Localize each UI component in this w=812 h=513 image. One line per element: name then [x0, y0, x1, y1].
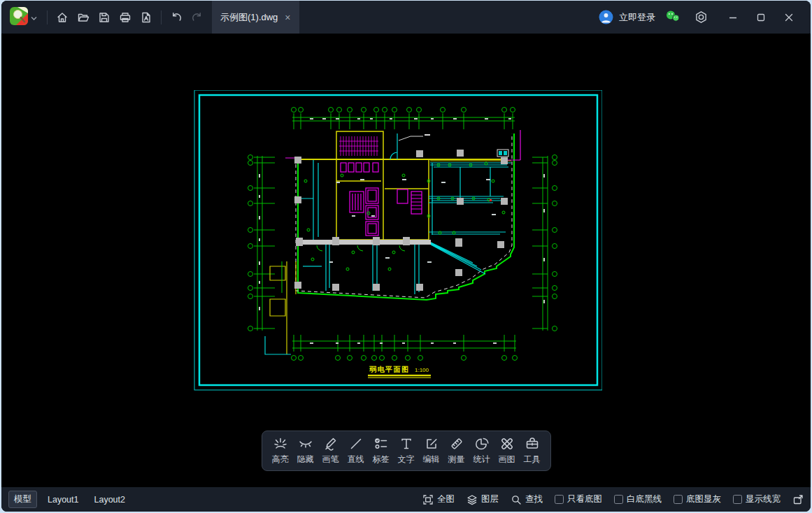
- minimize-icon: [728, 13, 738, 22]
- tool-label: 隐藏: [297, 454, 314, 465]
- drawing-title-block: 弱电平面图 1:100: [368, 366, 431, 378]
- print-button[interactable]: [115, 6, 136, 29]
- document-tab-title: 示例图(1).dwg: [220, 11, 278, 24]
- save-button[interactable]: [94, 6, 115, 29]
- tool-label: 标签: [373, 454, 390, 465]
- close-button[interactable]: [777, 6, 801, 29]
- print-icon: [119, 11, 131, 24]
- tool-text[interactable]: 文字: [394, 436, 418, 465]
- find-button[interactable]: 查找: [511, 493, 543, 505]
- tool-label: 测量: [448, 454, 465, 465]
- login-button[interactable]: 立即登录: [599, 10, 655, 24]
- checkbox[interactable]: [555, 495, 564, 504]
- stair-hatch: [339, 136, 378, 156]
- maximize-icon: [756, 13, 766, 22]
- divider: [161, 10, 162, 24]
- tool-stats[interactable]: 统计: [470, 436, 494, 465]
- find-label: 查找: [525, 493, 543, 505]
- toggle-label: 显示线宽: [746, 493, 781, 505]
- save-icon: [98, 11, 111, 24]
- toggle-base-only[interactable]: 只看底图: [555, 493, 602, 505]
- layout-tab-layout2[interactable]: Layout2: [89, 493, 129, 507]
- drawing-canvas[interactable]: 弱电平面图 1:100 高亮 隐藏 画笔: [1, 34, 811, 487]
- undo-button[interactable]: [166, 6, 187, 29]
- minimize-button[interactable]: [721, 6, 745, 29]
- fullscreen-button[interactable]: [792, 494, 804, 505]
- tool-label: 画笔: [322, 454, 339, 465]
- toggle-white-bg[interactable]: 白底黑线: [614, 493, 662, 505]
- tool-label: 工具: [524, 454, 541, 465]
- layers-icon: [466, 494, 478, 505]
- checkbox[interactable]: [614, 495, 623, 504]
- stats-icon: [474, 436, 490, 451]
- hide-icon: [298, 436, 313, 451]
- open-folder-icon: [77, 11, 90, 24]
- toggle-lineweight[interactable]: 显示线宽: [733, 493, 781, 505]
- drawing-scale: 1:100: [415, 367, 429, 373]
- cad-drawing[interactable]: 弱电平面图 1:100: [192, 90, 602, 392]
- draw-icon: [499, 436, 515, 451]
- tool-pen[interactable]: 画笔: [319, 436, 343, 465]
- toggle-label: 白底黑线: [627, 493, 662, 505]
- leader-line: [399, 135, 430, 140]
- layers-label: 图层: [481, 493, 499, 505]
- checkbox[interactable]: [674, 495, 683, 504]
- door-arcs: [317, 245, 405, 251]
- floating-toolbar: 高亮 隐藏 画笔 直线: [262, 431, 551, 471]
- building-boundary: [285, 130, 520, 300]
- tool-hide[interactable]: 隐藏: [294, 436, 318, 465]
- find-icon: [511, 494, 522, 505]
- app-logo[interactable]: [10, 7, 28, 28]
- home-button[interactable]: [52, 6, 73, 29]
- export-pdf-button[interactable]: [136, 6, 157, 29]
- tool-label: 统计: [473, 454, 490, 465]
- document-tab[interactable]: 示例图(1).dwg ×: [212, 1, 299, 34]
- redo-button[interactable]: [187, 6, 208, 29]
- tool-line[interactable]: 直线: [344, 436, 368, 465]
- layout-tab-model[interactable]: 模型: [8, 491, 37, 508]
- layers-button[interactable]: 图层: [466, 493, 499, 505]
- fullscreen-icon: [792, 494, 804, 505]
- toggle-label: 只看底图: [567, 493, 602, 505]
- tool-edit[interactable]: 编辑: [420, 436, 443, 465]
- checkbox[interactable]: [733, 495, 742, 504]
- core-walls: [336, 131, 429, 240]
- tool-draw[interactable]: 画图: [495, 436, 519, 465]
- wechat-button[interactable]: [665, 10, 681, 25]
- grid-dimension-bottom: [292, 335, 518, 361]
- tool-tools[interactable]: 工具: [520, 436, 544, 465]
- grid-dimension-left: [248, 155, 276, 331]
- red-marker: [490, 199, 492, 201]
- interior-walls-wiring: [298, 133, 511, 294]
- settings-button[interactable]: [690, 6, 711, 29]
- edit-icon: [424, 436, 439, 451]
- layout-tab-layout1[interactable]: Layout1: [43, 493, 83, 507]
- avatar: [599, 10, 613, 24]
- tool-label: 高亮: [272, 454, 289, 465]
- toggle-base-gray[interactable]: 底图显灰: [674, 493, 721, 505]
- device-symbols: [304, 162, 505, 270]
- tool-label: 画图: [499, 454, 515, 465]
- open-file-button[interactable]: [73, 6, 94, 29]
- drawing-title: 弱电平面图: [369, 366, 410, 373]
- maximize-button[interactable]: [749, 6, 773, 29]
- tab-close-icon[interactable]: ×: [285, 12, 290, 23]
- tools-icon: [525, 436, 540, 451]
- tool-measure[interactable]: 测量: [445, 436, 469, 465]
- titlebar: 示例图(1).dwg × 立即登录: [1, 1, 811, 34]
- tool-label: 直线: [348, 454, 364, 465]
- plan-text-marks: [329, 180, 496, 262]
- full-extent-button[interactable]: 全图: [422, 493, 455, 505]
- tool-highlight[interactable]: 高亮: [269, 436, 292, 465]
- measure-icon: [449, 436, 464, 451]
- logo-dropdown-chevron-icon[interactable]: [31, 11, 37, 24]
- grid-dimension-right: [532, 155, 557, 331]
- divider: [47, 10, 48, 24]
- close-icon: [784, 13, 794, 22]
- text-icon: [399, 436, 414, 451]
- tool-tag[interactable]: 标签: [369, 436, 393, 465]
- line-icon: [348, 436, 364, 451]
- full-extent-icon: [422, 494, 434, 505]
- gear-icon: [695, 10, 708, 24]
- app-window: 示例图(1).dwg × 立即登录: [1, 1, 811, 512]
